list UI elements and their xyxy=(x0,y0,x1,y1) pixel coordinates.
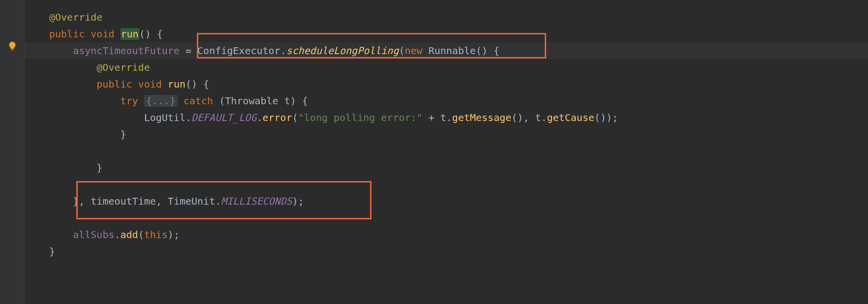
code-line[interactable]: allSubs.add(this); xyxy=(25,226,868,243)
annotation: @Override xyxy=(49,11,102,23)
code-line[interactable]: public void run() { xyxy=(25,26,868,42)
code-line[interactable]: } xyxy=(25,243,868,260)
code-area[interactable]: @Override public void run() { asyncTimeo… xyxy=(25,0,868,304)
punct: () { xyxy=(139,28,163,40)
argument: timeoutTime xyxy=(91,195,155,207)
code-line[interactable] xyxy=(25,143,868,159)
static-method: scheduleLongPolling xyxy=(286,45,399,57)
code-line[interactable]: @Override xyxy=(25,9,868,26)
code-line[interactable]: LogUtil.DEFAULT_LOG.error("long polling … xyxy=(25,109,868,126)
catch-args: (Throwable t) { xyxy=(219,95,308,107)
keyword: public xyxy=(49,28,85,40)
code-line[interactable]: try {...} catch (Throwable t) { xyxy=(25,92,868,109)
static-field: DEFAULT_LOG xyxy=(191,112,256,123)
field-ref: asyncTimeoutFuture xyxy=(73,45,180,57)
gutter xyxy=(0,0,25,304)
keyword: new xyxy=(405,45,423,57)
code-line[interactable]: }, timeoutTime, TimeUnit.MILLISECONDS); xyxy=(25,193,868,210)
code-line[interactable]: } xyxy=(25,126,868,143)
enum-constant: MILLISECONDS xyxy=(221,195,292,207)
code-line[interactable] xyxy=(25,210,868,226)
code-line[interactable]: asyncTimeoutFuture = ConfigExecutor.sche… xyxy=(25,42,868,59)
code-line[interactable]: public void run() { xyxy=(25,76,868,92)
class-ref: Runnable xyxy=(429,45,476,57)
folded-region[interactable]: {...} xyxy=(144,95,178,107)
code-editor[interactable]: @Override public void run() { asyncTimeo… xyxy=(0,0,868,304)
code-line[interactable]: } xyxy=(25,159,868,176)
lightbulb-icon[interactable] xyxy=(7,41,18,52)
code-line[interactable] xyxy=(25,176,868,193)
annotation: @Override xyxy=(96,61,150,73)
keyword: this xyxy=(144,229,168,241)
method-name: run xyxy=(121,28,139,40)
code-line[interactable]: @Override xyxy=(25,59,868,76)
keyword: void xyxy=(91,28,114,40)
string-literal: "long polling error:" xyxy=(298,112,423,123)
method-name: run xyxy=(168,78,186,90)
field-ref: allSubs xyxy=(73,229,114,241)
class-ref: ConfigExecutor xyxy=(197,45,280,57)
